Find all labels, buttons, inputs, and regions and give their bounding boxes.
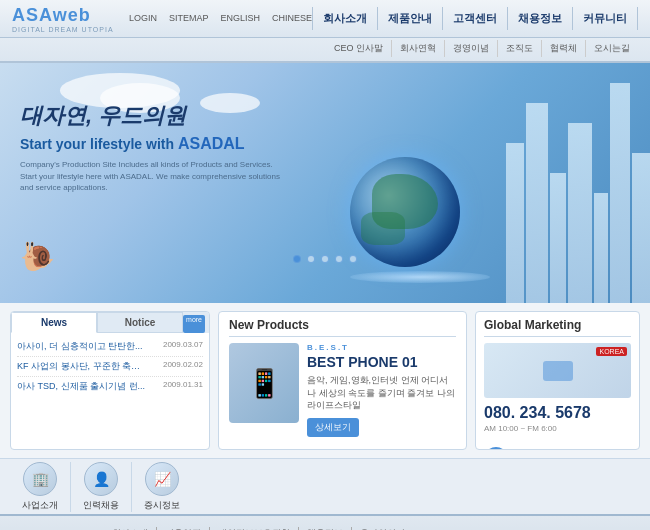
hero-description: Company's Production Site Includes all k… [20,159,280,193]
news-item-2[interactable]: 아사 TSD, 신제품 출시기념 런... 2009.01.31 [17,377,203,396]
news-title-2: 아사 TSD, 신제품 출시기념 런... [17,380,145,393]
icon-label-0: 사업소개 [22,499,58,512]
icon-label-1: 인력채용 [83,499,119,512]
logo[interactable]: ASAweb DIGITAL DREAM UTOPIA [12,5,114,33]
nav-recruit[interactable]: 채용정보 [508,7,573,30]
snail-icon: 🐌 [20,240,55,273]
nav-english[interactable]: ENGLISH [220,13,260,23]
hero-dot-5[interactable] [349,255,357,263]
product-image: 📱 [229,343,299,423]
news-title-1: KF 사업의 봉사단, 꾸준한 축구... [17,360,147,373]
products-box: New Products 📱 B.E.S.T BEST PHONE 01 음악,… [218,311,467,450]
footer-link-privacy[interactable]: 개인정보보호권침 [218,527,299,531]
footer-link-recruit[interactable]: 채용정보 [307,527,352,531]
logo-subtitle: DIGITAL DREAM UTOPIA [12,26,114,33]
hero-english-text: Start your lifestyle with ASADAL [20,135,280,153]
hero-section: 대자연, 우드의원 Start your lifestyle with ASAD… [0,63,650,303]
phone-hours: AM 10:00 ~ FM 6:00 [484,424,631,433]
icon-row: 🏢 사업소개 👤 인력채용 📈 증시정보 [0,458,650,514]
main-nav: 회사소개 제품안내 고객센터 채용정보 커뮤니티 [312,7,638,30]
product-description: 음악, 게임,영화,인터넷 언제 어디서나 세상의 속도를 즐기며 즐겨보 나의… [307,374,456,412]
global-title: Global Marketing [484,318,631,337]
nav-company[interactable]: 회사소개 [312,7,378,30]
phone-icon: 📱 [247,367,282,400]
hero-dot-1[interactable] [293,255,301,263]
cs-center: 👤 CS Center [484,437,631,450]
icon-item-2[interactable]: 📈 증시정보 [132,462,192,512]
globe-platform [350,271,490,283]
news-more-badge[interactable]: more [183,315,205,333]
recruit-icon: 👤 [84,462,118,496]
news-content: 아사이, 더 심층적이고 탄탄한... 2009.03.07 KF 사업의 봉사… [11,333,209,400]
nav-login[interactable]: LOGIN [129,13,157,23]
korea-badge: KOREA [596,347,627,356]
products-title: New Products [229,318,456,337]
product-content: 📱 B.E.S.T BEST PHONE 01 음악, 게임,영화,인터넷 언제… [229,343,456,437]
nav-sitemap[interactable]: SITEMAP [169,13,209,23]
news-box: News Notice more 아사이, 더 심층적이고 탄탄한... 200… [10,311,210,450]
footer-info: 회사소개 이용약관 개인정보보호권침 채용정보 온라인의뢰 ASAweb com… [112,527,518,531]
nav-customer[interactable]: 고객센터 [443,7,508,30]
sub-nav-partner[interactable]: 협력체 [542,40,586,57]
tab-notice[interactable]: Notice [97,312,183,333]
phone-number: 080. 234. 5678 [484,404,631,422]
sub-nav: CEO 인사말 회사연혁 경영이념 조직도 협력체 오시는길 [0,38,650,61]
product-name: BEST PHONE 01 [307,354,456,370]
news-title-0: 아사이, 더 심층적이고 탄탄한... [17,340,143,353]
nav-community[interactable]: 커뮤니티 [573,7,638,30]
logo-web: web [53,5,91,25]
content-section: News Notice more 아사이, 더 심층적이고 탄탄한... 200… [0,303,650,458]
hero-text: 대자연, 우드의원 Start your lifestyle with ASAD… [20,103,280,193]
cs-icon: 👤 [484,447,508,450]
news-date-2: 2009.01.31 [163,380,203,393]
hero-dot-4[interactable] [335,255,343,263]
icon-label-2: 증시정보 [144,499,180,512]
product-detail-button[interactable]: 상세보기 [307,418,359,437]
news-date-0: 2009.03.07 [163,340,203,353]
business-icon: 🏢 [23,462,57,496]
news-date-1: 2009.02.02 [163,360,203,373]
buildings [506,83,650,303]
icon-item-1[interactable]: 👤 인력채용 [71,462,132,512]
footer: ASAweb DIGITAL DREAM UTOPIA 회사소개 이용약관 개인… [0,514,650,530]
sub-nav-directions[interactable]: 오시는길 [586,40,638,57]
news-item-0[interactable]: 아사이, 더 심층적이고 탄탄한... 2009.03.07 [17,337,203,357]
hero-dot-3[interactable] [321,255,329,263]
hero-korean-text: 대자연, 우드의원 [20,103,280,129]
footer-link-inquiry[interactable]: 온라인의뢰 [360,527,413,531]
icon-item-0[interactable]: 🏢 사업소개 [10,462,71,512]
nav-chinese[interactable]: CHINESE [272,13,312,23]
news-item-1[interactable]: KF 사업의 봉사단, 꾸준한 축구... 2009.02.02 [17,357,203,377]
footer-link-terms[interactable]: 이용약관 [165,527,210,531]
top-nav: LOGIN SITEMAP ENGLISH CHINESE [129,13,312,23]
sub-nav-management[interactable]: 경영이념 [445,40,498,57]
map-highlight [543,361,573,381]
global-box: Global Marketing KOREA 080. 234. 5678 AM… [475,311,640,450]
footer-links: 회사소개 이용약관 개인정보보호권침 채용정보 온라인의뢰 [112,527,518,531]
product-badge: B.E.S.T [307,343,456,352]
hero-dots [293,255,357,263]
global-map: KOREA [484,343,631,398]
footer-link-company[interactable]: 회사소개 [112,527,157,531]
news-tabs: News Notice more [11,312,209,333]
globe-sphere [350,157,460,267]
tab-news[interactable]: News [11,312,97,333]
nav-products[interactable]: 제품안내 [378,7,443,30]
sub-nav-ceo[interactable]: CEO 인사말 [326,40,392,57]
stock-icon: 📈 [145,462,179,496]
header-nav: LOGIN SITEMAP ENGLISH CHINESE 회사소개 제품안내 … [129,7,638,30]
sub-nav-org[interactable]: 조직도 [498,40,542,57]
hero-dot-2[interactable] [307,255,315,263]
logo-asa: ASA [12,5,53,25]
sub-nav-history[interactable]: 회사연혁 [392,40,445,57]
product-info: B.E.S.T BEST PHONE 01 음악, 게임,영화,인터넷 언제 어… [307,343,456,437]
globe [350,157,490,283]
